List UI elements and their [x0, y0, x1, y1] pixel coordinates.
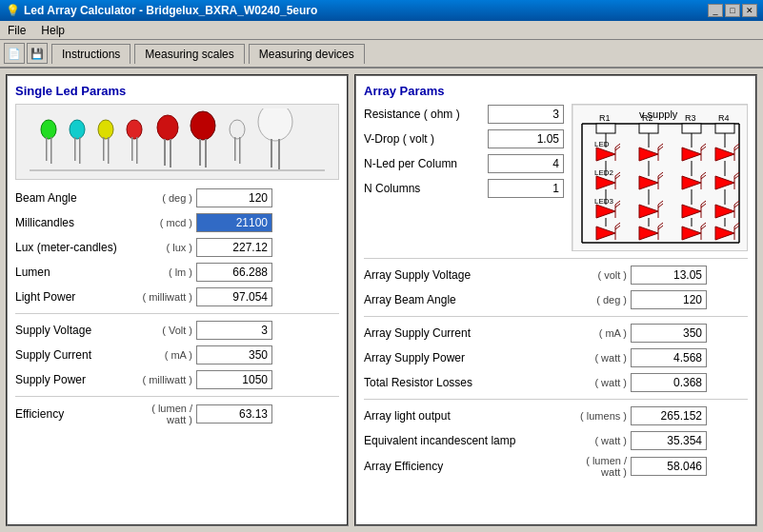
- supply-param-value-1[interactable]: [196, 345, 272, 365]
- array-output-label-4: Total Resistor Losses: [364, 376, 573, 389]
- led-param-value-4[interactable]: [196, 287, 272, 306]
- led-param-row-0: Beam Angle ( deg ): [15, 187, 339, 208]
- supply-param-label-1: Supply Current: [15, 348, 130, 362]
- left-panel: Single Led Params: [6, 74, 349, 526]
- svg-rect-10: [131, 137, 133, 161]
- svg-text:R3: R3: [685, 113, 696, 123]
- led-param-label-0: Beam Angle: [15, 191, 130, 205]
- array-output-row-3: Array Supply Power ( watt ): [364, 347, 748, 368]
- minimize-button[interactable]: _: [708, 4, 723, 17]
- svg-rect-5: [79, 137, 81, 164]
- led-param-label-4: Light Power: [15, 290, 130, 304]
- supply-param-unit-0: ( Volt ): [130, 325, 196, 336]
- separator1: [15, 313, 339, 314]
- svg-point-6: [98, 120, 113, 139]
- led-param-value-3[interactable]: [196, 263, 272, 282]
- svg-text:R1: R1: [599, 113, 611, 123]
- led-param-unit-0: ( deg ): [130, 192, 196, 204]
- svg-point-3: [70, 120, 85, 139]
- array-output-value-6[interactable]: [631, 431, 707, 450]
- array-input-value-2[interactable]: [488, 154, 564, 173]
- supply-param-unit-2: ( milliwatt ): [130, 374, 196, 385]
- supply-param-value-2[interactable]: [196, 370, 272, 389]
- array-output-row-1: Array Beam Angle ( deg ): [364, 289, 748, 310]
- supply-param-value-0[interactable]: [196, 321, 272, 340]
- svg-rect-16: [199, 139, 201, 166]
- array-output-row-0: Array Supply Voltage ( volt ): [364, 265, 748, 286]
- array-output-label-2: Array Supply Current: [364, 326, 573, 340]
- svg-rect-7: [103, 137, 105, 161]
- svg-rect-57: [639, 124, 658, 133]
- supply-param-label-0: Supply Voltage: [15, 324, 130, 337]
- array-output-value-5[interactable]: [631, 406, 707, 425]
- eff-param-unit-0: ( lumen / watt ): [130, 403, 196, 425]
- new-button[interactable]: 📄: [4, 43, 25, 64]
- eff-param-row-0: Efficiency ( lumen / watt ): [15, 403, 339, 425]
- led-param-row-3: Lumen ( lm ): [15, 262, 339, 283]
- array-output-unit-4: ( watt ): [573, 377, 631, 388]
- led-image: [15, 104, 339, 180]
- array-output-label-6: Equivalent incandescent lamp: [364, 434, 573, 447]
- led-param-value-2[interactable]: [196, 238, 272, 257]
- svg-text:LED3: LED3: [594, 197, 614, 206]
- supply-param-row-1: Supply Current ( mA ): [15, 345, 339, 365]
- led-param-unit-1: ( mcd ): [130, 217, 196, 228]
- array-output-unit-2: ( mA ): [573, 327, 631, 339]
- close-button[interactable]: ✕: [742, 4, 757, 17]
- tab-measuring-scales[interactable]: Measuring scales: [134, 44, 244, 64]
- svg-text:LED2: LED2: [594, 168, 614, 177]
- svg-rect-19: [234, 137, 236, 161]
- maximize-button[interactable]: □: [725, 4, 740, 17]
- array-output-value-2[interactable]: [631, 324, 707, 343]
- array-output-value-1[interactable]: [631, 290, 707, 309]
- array-output-row-4: Total Resistor Losses ( watt ): [364, 372, 748, 393]
- array-output-label-3: Array Supply Power: [364, 351, 573, 365]
- array-output-row-6: Equivalent incandescent lamp ( watt ): [364, 430, 748, 451]
- supply-param-label-2: Supply Power: [15, 373, 130, 386]
- array-output-label-5: Array light output: [364, 409, 573, 423]
- array-output-value-7[interactable]: [631, 457, 707, 476]
- svg-rect-79: [682, 124, 701, 133]
- svg-rect-1: [46, 137, 48, 161]
- svg-rect-22: [271, 139, 272, 167]
- app-icon: 💡: [6, 4, 20, 17]
- eff-param-value-0[interactable]: [196, 404, 272, 424]
- led-param-label-3: Lumen: [15, 266, 130, 279]
- led-param-row-1: Millicandles ( mcd ): [15, 212, 339, 233]
- array-output-value-3[interactable]: [631, 348, 707, 367]
- menu-file[interactable]: File: [4, 23, 30, 38]
- svg-point-15: [191, 111, 215, 140]
- array-output-unit-7: ( lumen / watt ): [573, 455, 631, 478]
- circuit-diagram: v supply R1 LED LED2: [572, 104, 748, 254]
- circuit-svg: v supply R1 LED LED2: [572, 104, 748, 251]
- array-input-label-3: N Columns: [364, 182, 488, 195]
- right-panel: Array Params v supply R1: [354, 74, 757, 526]
- led-param-unit-2: ( lux ): [130, 242, 196, 253]
- array-output-value-0[interactable]: [631, 266, 707, 285]
- svg-rect-11: [136, 137, 138, 164]
- svg-point-0: [41, 120, 56, 139]
- array-input-label-0: Resistance ( ohm ): [364, 108, 488, 121]
- array-input-value-3[interactable]: [488, 179, 564, 198]
- led-param-label-1: Millicandles: [15, 216, 130, 229]
- separator2: [15, 396, 339, 397]
- supply-param-unit-1: ( mA ): [130, 349, 196, 361]
- main-content: Single Led Params: [0, 69, 763, 532]
- supply-params-container: Supply Voltage ( Volt ) Supply Current (…: [15, 320, 339, 390]
- array-input-label-1: V-Drop ( volt ): [364, 132, 488, 146]
- supply-param-row-2: Supply Power ( milliwatt ): [15, 369, 339, 390]
- array-output-value-4[interactable]: [631, 373, 707, 392]
- svg-text:R2: R2: [642, 113, 653, 123]
- array-input-value-0[interactable]: [488, 105, 564, 124]
- tab-instructions[interactable]: Instructions: [51, 44, 131, 64]
- array-input-value-1[interactable]: [488, 129, 564, 148]
- menu-help[interactable]: Help: [37, 23, 69, 38]
- svg-rect-4: [74, 137, 76, 161]
- array-output-unit-0: ( volt ): [573, 269, 631, 281]
- led-param-value-1[interactable]: [196, 213, 272, 232]
- led-param-value-0[interactable]: [196, 188, 272, 207]
- tab-measuring-devices[interactable]: Measuring devices: [249, 44, 365, 64]
- led-param-row-4: Light Power ( milliwatt ): [15, 286, 339, 307]
- array-input-row-1: V-Drop ( volt ): [364, 128, 564, 149]
- save-button[interactable]: 💾: [27, 43, 48, 64]
